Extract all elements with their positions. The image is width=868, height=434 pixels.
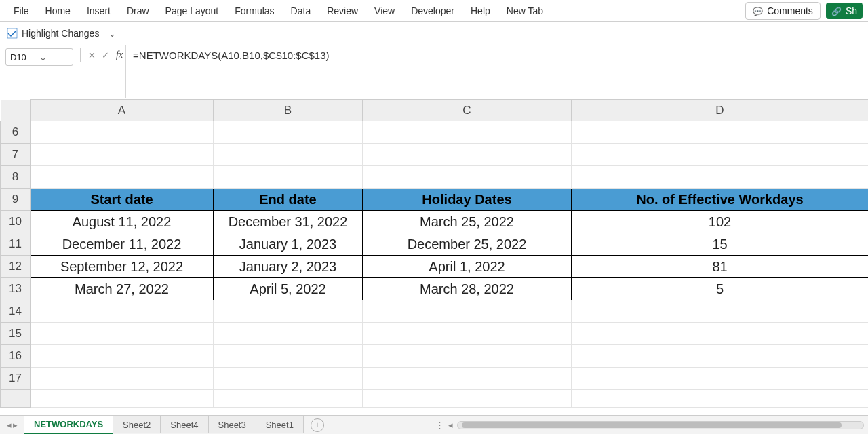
horizontal-scrollbar[interactable] <box>457 421 864 429</box>
cell-B13[interactable]: April 5, 2022 <box>214 278 363 300</box>
menu-developer[interactable]: Developer <box>403 1 462 20</box>
cell-B18[interactable] <box>214 390 363 408</box>
cell-A10[interactable]: August 11, 2022 <box>31 211 214 233</box>
menu-formulas[interactable]: Formulas <box>226 1 282 20</box>
cell-A14[interactable] <box>31 300 214 323</box>
tab-nav-prev-icon[interactable]: ◂ <box>7 420 12 430</box>
cell-B8[interactable] <box>214 166 363 189</box>
cell-A16[interactable] <box>31 345 214 368</box>
col-header-D[interactable]: D <box>572 100 869 121</box>
spreadsheet-grid[interactable]: A B C D 6 7 8 9 Start date End date Holi… <box>0 99 868 408</box>
share-button[interactable]: Sh <box>826 3 863 19</box>
sheet-tab-sheet1[interactable]: Sheet1 <box>256 416 304 433</box>
cell-C11[interactable]: December 25, 2022 <box>363 233 572 256</box>
cell-B17[interactable] <box>214 368 363 390</box>
cell-B12[interactable]: January 2, 2023 <box>214 256 363 278</box>
row-header-15[interactable]: 15 <box>1 323 31 345</box>
cell-D13[interactable]: 5 <box>572 278 869 300</box>
row-header-11[interactable]: 11 <box>1 233 31 256</box>
cell-A17[interactable] <box>31 368 214 390</box>
fx-icon[interactable]: fx <box>116 50 123 60</box>
row-header-9[interactable]: 9 <box>1 189 31 211</box>
cell-B10[interactable]: December 31, 2022 <box>214 211 363 233</box>
cell-A13[interactable]: March 27, 2022 <box>31 278 214 300</box>
cell-C9[interactable]: Holiday Dates <box>363 189 572 211</box>
cell-A11[interactable]: December 11, 2022 <box>31 233 214 256</box>
quickbar-customize-caret[interactable]: ⌄ <box>108 28 116 39</box>
cell-D18[interactable] <box>572 390 869 408</box>
name-box[interactable]: D10 ⌄ <box>5 48 73 66</box>
row-header-17[interactable]: 17 <box>1 368 31 390</box>
menu-file[interactable]: File <box>5 1 37 20</box>
horizontal-scroll-thumb[interactable] <box>462 422 842 428</box>
tabstrip-menu-icon[interactable]: ⋮ <box>435 420 444 430</box>
row-header-13[interactable]: 13 <box>1 278 31 300</box>
cell-C18[interactable] <box>363 390 572 408</box>
cell-D8[interactable] <box>572 166 869 189</box>
col-header-C[interactable]: C <box>363 100 572 121</box>
cell-D10[interactable]: 102 <box>572 211 869 233</box>
cell-C17[interactable] <box>363 368 572 390</box>
menu-insert[interactable]: Insert <box>79 1 119 20</box>
cell-D17[interactable] <box>572 368 869 390</box>
row-header-8[interactable]: 8 <box>1 166 31 189</box>
accept-formula-icon[interactable]: ✓ <box>100 50 111 60</box>
menu-view[interactable]: View <box>366 1 403 20</box>
cell-C12[interactable]: April 1, 2022 <box>363 256 572 278</box>
sheet-tab-sheet3[interactable]: Sheet3 <box>209 416 256 433</box>
col-header-B[interactable]: B <box>214 100 363 121</box>
cell-D14[interactable] <box>572 300 869 323</box>
row-header-14[interactable]: 14 <box>1 300 31 323</box>
cell-A9[interactable]: Start date <box>31 189 214 211</box>
cell-A8[interactable] <box>31 166 214 189</box>
cell-B11[interactable]: January 1, 2023 <box>214 233 363 256</box>
name-box-dropdown-icon[interactable]: ⌄ <box>39 52 68 62</box>
sheet-tab-sheet2[interactable]: Sheet2 <box>113 416 161 433</box>
cell-A18[interactable] <box>31 390 214 408</box>
cell-D7[interactable] <box>572 144 869 166</box>
sheet-tab-networkdays[interactable]: NETWORKDAYS <box>24 416 113 434</box>
cell-D11[interactable]: 15 <box>572 233 869 256</box>
tab-nav-next-icon[interactable]: ▸ <box>13 420 18 430</box>
menu-help[interactable]: Help <box>462 1 498 20</box>
cell-A7[interactable] <box>31 144 214 166</box>
menu-data[interactable]: Data <box>283 1 319 20</box>
row-header-12[interactable]: 12 <box>1 256 31 278</box>
cell-A12[interactable]: September 12, 2022 <box>31 256 214 278</box>
row-header-18-partial[interactable] <box>1 390 31 408</box>
cell-B6[interactable] <box>214 121 363 144</box>
cell-C16[interactable] <box>363 345 572 368</box>
cell-D15[interactable] <box>572 323 869 345</box>
add-sheet-button[interactable]: + <box>311 418 324 432</box>
cell-C10[interactable]: March 25, 2022 <box>363 211 572 233</box>
row-header-6[interactable]: 6 <box>1 121 31 144</box>
menu-new-tab[interactable]: New Tab <box>498 1 551 20</box>
cancel-formula-icon[interactable]: ✕ <box>86 50 97 60</box>
highlight-changes-button[interactable]: Highlight Changes <box>7 28 99 39</box>
cell-D16[interactable] <box>572 345 869 368</box>
cell-B16[interactable] <box>214 345 363 368</box>
cell-C15[interactable] <box>363 323 572 345</box>
cell-B15[interactable] <box>214 323 363 345</box>
cell-D9[interactable]: No. of Effective Workdays <box>572 189 869 211</box>
select-all-corner[interactable] <box>1 100 31 121</box>
menu-page-layout[interactable]: Page Layout <box>157 1 227 20</box>
cell-C7[interactable] <box>363 144 572 166</box>
cell-C6[interactable] <box>363 121 572 144</box>
cell-C14[interactable] <box>363 300 572 323</box>
menu-home[interactable]: Home <box>37 1 79 20</box>
cell-B14[interactable] <box>214 300 363 323</box>
cell-A15[interactable] <box>31 323 214 345</box>
cell-A6[interactable] <box>31 121 214 144</box>
cell-B9[interactable]: End date <box>214 189 363 211</box>
formula-input[interactable]: =NETWORKDAYS(A10,B10,$C$10:$C$13) <box>125 45 868 98</box>
row-header-16[interactable]: 16 <box>1 345 31 368</box>
cell-D12[interactable]: 81 <box>572 256 869 278</box>
menu-draw[interactable]: Draw <box>119 1 157 20</box>
cell-B7[interactable] <box>214 144 363 166</box>
sheet-tab-sheet4[interactable]: Sheet4 <box>161 416 208 433</box>
menu-review[interactable]: Review <box>319 1 366 20</box>
cell-C13[interactable]: March 28, 2022 <box>363 278 572 300</box>
cell-C8[interactable] <box>363 166 572 189</box>
hscroll-left-icon[interactable]: ◂ <box>448 420 453 430</box>
